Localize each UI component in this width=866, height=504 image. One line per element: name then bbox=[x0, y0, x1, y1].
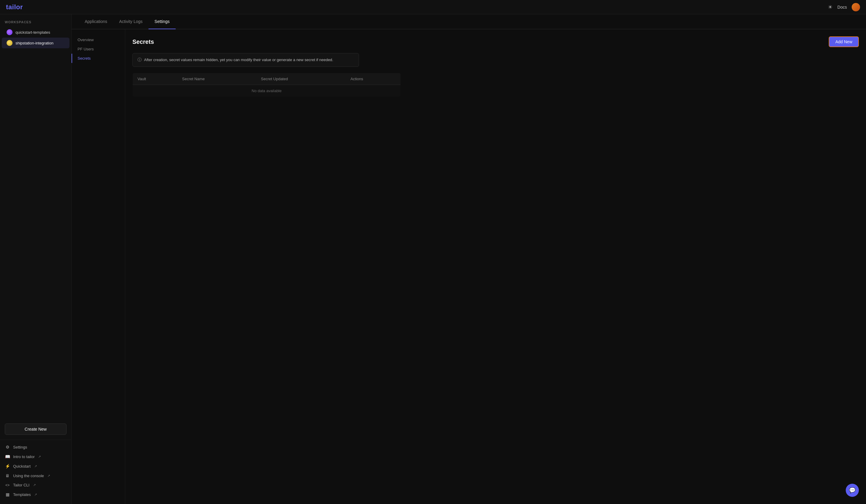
add-new-button[interactable]: Add New bbox=[829, 36, 859, 47]
book-icon: 📖 bbox=[5, 454, 10, 459]
info-box: ⓘ After creation, secret values remain h… bbox=[132, 53, 359, 67]
content-body: Overview PF Users Secrets Secrets Add Ne… bbox=[71, 29, 866, 504]
external-link-icon-quickstart: ↗ bbox=[34, 464, 37, 468]
col-actions: Actions bbox=[346, 73, 400, 85]
external-link-icon-cli: ↗ bbox=[33, 483, 36, 487]
sidebar-item-settings[interactable]: ⚙ Settings bbox=[0, 442, 71, 452]
tabs-bar: Applications Activity Logs Settings bbox=[71, 14, 866, 29]
info-text: After creation, secret values remain hid… bbox=[144, 57, 333, 63]
docs-link[interactable]: Docs bbox=[837, 5, 847, 10]
chat-icon: 💬 bbox=[849, 487, 856, 494]
sidebar: WORKSPACES quickstart-templates shipstat… bbox=[0, 14, 71, 504]
nav-item-overview[interactable]: Overview bbox=[71, 35, 125, 44]
console-icon: 🖥 bbox=[5, 473, 10, 478]
topbar-right: ☀ Docs bbox=[828, 3, 860, 11]
external-link-icon-templates: ↗ bbox=[34, 493, 37, 496]
sidebar-item-label-templates: Templates bbox=[13, 492, 31, 497]
table-body: No data available bbox=[133, 85, 401, 97]
sidebar-bottom: ⚙ Settings 📖 Intro to tailor ↗ ⚡ Quickst… bbox=[0, 440, 71, 504]
tab-applications[interactable]: Applications bbox=[79, 14, 113, 29]
sidebar-item-label-quickstart: Quickstart bbox=[13, 464, 31, 469]
workspace-item-shipstation[interactable]: shipstation-integration bbox=[2, 37, 69, 48]
workspace-name-quickstart: quickstart-templates bbox=[15, 30, 50, 35]
info-icon: ⓘ bbox=[137, 57, 142, 63]
main-layout: WORKSPACES quickstart-templates shipstat… bbox=[0, 14, 866, 504]
create-new-button[interactable]: Create New bbox=[5, 424, 67, 435]
sidebar-item-label-intro: Intro to tailor bbox=[13, 455, 35, 459]
no-data-cell: No data available bbox=[133, 85, 401, 97]
settings-icon: ⚙ bbox=[5, 445, 10, 449]
sidebar-item-quickstart[interactable]: ⚡ Quickstart ↗ bbox=[0, 461, 71, 471]
table-header: Vault Secret Name Secret Updated Actions bbox=[133, 73, 401, 85]
secrets-table: Vault Secret Name Secret Updated Actions… bbox=[132, 73, 401, 97]
workspaces-label: WORKSPACES bbox=[0, 14, 71, 27]
workspace-name-shipstation: shipstation-integration bbox=[15, 41, 53, 45]
nav-item-secrets[interactable]: Secrets bbox=[71, 54, 125, 63]
col-vault: Vault bbox=[133, 73, 177, 85]
panel-header: Secrets Add New bbox=[132, 36, 859, 47]
nav-item-pf-users[interactable]: PF Users bbox=[71, 44, 125, 54]
workspace-item-quickstart[interactable]: quickstart-templates bbox=[2, 27, 69, 37]
external-link-icon-intro: ↗ bbox=[38, 455, 41, 459]
tab-settings[interactable]: Settings bbox=[148, 14, 176, 29]
sidebar-item-intro[interactable]: 📖 Intro to tailor ↗ bbox=[0, 452, 71, 461]
quickstart-icon: ⚡ bbox=[5, 464, 10, 469]
content-area: Applications Activity Logs Settings Over… bbox=[71, 14, 866, 504]
secrets-panel: Secrets Add New ⓘ After creation, secret… bbox=[125, 29, 866, 504]
cli-icon: <> bbox=[5, 483, 10, 487]
no-data-row: No data available bbox=[133, 85, 401, 97]
sidebar-item-label-cli: Tailor CLI bbox=[13, 483, 30, 487]
sidebar-item-label-settings: Settings bbox=[13, 445, 27, 449]
user-avatar[interactable] bbox=[852, 3, 860, 11]
table-header-row: Vault Secret Name Secret Updated Actions bbox=[133, 73, 401, 85]
topbar: tailor ☀ Docs bbox=[0, 0, 866, 14]
panel-title: Secrets bbox=[132, 38, 154, 45]
chat-bubble[interactable]: 💬 bbox=[846, 484, 859, 497]
external-link-icon-console: ↗ bbox=[47, 474, 50, 478]
workspace-icon-yellow bbox=[7, 40, 12, 46]
sidebar-item-templates[interactable]: ▦ Templates ↗ bbox=[0, 490, 71, 499]
templates-icon: ▦ bbox=[5, 492, 10, 497]
tab-activity-logs[interactable]: Activity Logs bbox=[113, 14, 149, 29]
col-secret-name: Secret Name bbox=[177, 73, 256, 85]
theme-toggle-icon[interactable]: ☀ bbox=[828, 4, 833, 10]
col-secret-updated: Secret Updated bbox=[256, 73, 346, 85]
sidebar-item-cli[interactable]: <> Tailor CLI ↗ bbox=[0, 480, 71, 490]
settings-side-nav: Overview PF Users Secrets bbox=[71, 29, 125, 504]
workspace-icon-purple bbox=[7, 29, 12, 35]
sidebar-item-label-console: Using the console bbox=[13, 473, 44, 478]
sidebar-item-console[interactable]: 🖥 Using the console ↗ bbox=[0, 471, 71, 480]
logo: tailor bbox=[6, 3, 23, 11]
